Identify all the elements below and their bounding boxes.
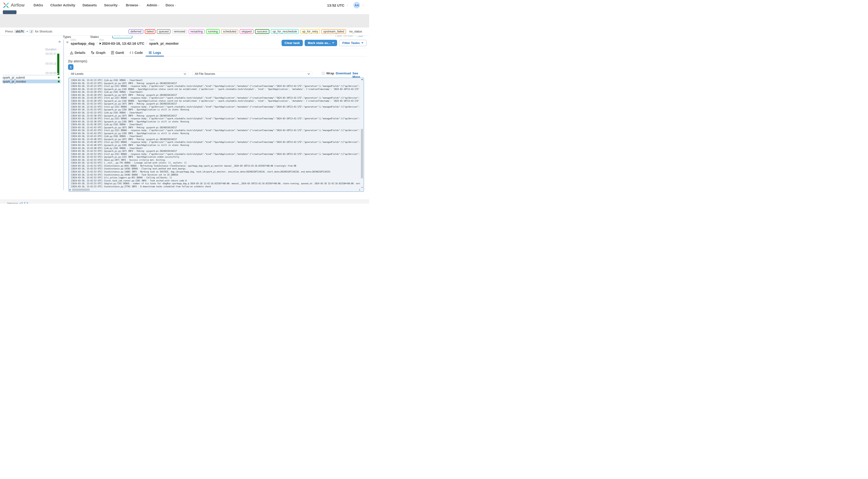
filter-tasks-button[interactable]: Filter Tasks [339,40,367,46]
scroll-down-icon[interactable] [361,187,363,188]
shortcut-press: Press [5,30,13,33]
log-line: [2024-03-18, 13:42:38 UTC] {pyspark_pi.p… [71,114,360,118]
tab-bar: Details Graph Gantt Code Logs [67,50,164,57]
brand[interactable]: Airflow [3,2,25,8]
clipped-toolbar-button[interactable] [3,10,17,14]
status-badge[interactable]: up_for_reschedule [271,29,299,34]
horizontal-scrollbar-thumb[interactable] [72,189,90,191]
navbar: Airflow DAGs Cluster Activity Datasets S… [0,0,369,10]
download-link[interactable]: Download [336,71,351,75]
status-badge[interactable]: removed [172,29,187,34]
version-link[interactable]: v2.7.2 [20,202,28,204]
task-actions: Clear task Mark state as... Filter Tasks [282,40,367,46]
wrap-checkbox[interactable] [321,72,325,75]
slash-key: / [29,30,34,33]
chevron-down-icon: ▾ [139,4,140,7]
log-line: [2024-03-18, 13:42:53 UTC] {cli_action_l… [71,176,360,179]
chevron-down-icon[interactable]: ▾ [362,4,364,7]
status-badges: deferred failed queued removed restartin… [128,29,364,34]
tab-code[interactable]: Code [127,50,146,57]
log-line: [2024-03-18, 13:42:48 UTC] {rest.py:231}… [71,141,360,144]
chevron-down-icon [332,42,334,43]
status-badge[interactable]: queued [157,29,170,34]
status-badge[interactable]: upstream_failed [321,29,346,34]
nav-item[interactable]: Admin▾ [147,3,159,7]
filter-tasks-label: Filter Tasks [342,41,360,45]
nav-item[interactable]: DAGs [33,3,44,7]
nav-item[interactable]: Browse▾ [126,3,140,7]
warning-icon [70,51,73,54]
mark-state-button[interactable]: Mark state as... [305,40,337,46]
nav-item[interactable]: Docs▾ [165,3,176,7]
log-sources-select[interactable]: All File Sources [192,71,312,76]
status-badge[interactable]: scheduled [221,29,238,34]
task-state-square[interactable] [58,77,60,78]
status-badge[interactable]: up_for_retry [300,29,320,34]
task-state-square[interactable] [58,81,60,82]
status-badge[interactable]: no_status [347,29,364,34]
log-line: [2024-03-18, 13:42:23 UTC] {pyspark_pi.p… [71,82,360,85]
airflow-logo-icon [3,2,9,8]
breadcrumb-run[interactable]: Run 2024-03-18, 13:42:16 UTC [99,38,144,45]
breadcrumb-dag-value[interactable]: sparkapp_dag [71,41,95,45]
tab-details[interactable]: Details [67,50,88,57]
utc-clock[interactable]: 13:52 UTC [327,3,344,7]
breadcrumb-run-value[interactable]: 2024-03-18, 13:42:16 UTC [102,41,144,45]
status-badge[interactable]: skipped [240,29,253,34]
panel-resize-handle[interactable] [63,39,64,190]
nav-item[interactable]: Datasets [83,3,98,7]
status-badge[interactable]: deferred [128,29,143,34]
avatar[interactable]: AA [353,2,360,8]
nav-menu: DAGs Cluster Activity Datasets Security▾… [33,3,176,7]
version-label: Version: [7,202,19,204]
vertical-scrollbar[interactable] [361,78,363,188]
tab-graph[interactable]: Graph [88,50,108,57]
tab-label: Graph [96,51,105,55]
status-badge[interactable]: running [206,29,220,34]
tab-gantt[interactable]: Gantt [108,50,127,57]
status-badge[interactable]: failed [145,29,156,34]
grid-sidebar: « Duration 00:00:37 00:00:18 00:00:00 sp… [0,36,63,190]
breadcrumb-dag[interactable]: DAG sparkapp_dag [71,38,95,45]
task-row-spark-pi-submit[interactable]: spark_pi_submit [3,75,61,79]
tab-label: Details [74,51,86,55]
breadcrumb-task-value[interactable]: spark_pi_monitor [149,41,179,45]
scroll-left-icon[interactable] [69,189,70,191]
log-line: [2024-03-18, 13:42:33 UTC] {job.py:216} … [71,111,360,114]
status-badge[interactable]: success [255,29,269,34]
mark-state-label: Mark state as... [308,41,331,45]
duration-tick: 00:00:37 [0,52,57,56]
clear-task-button[interactable]: Clear task [282,40,303,46]
tab-logs[interactable]: Logs [146,50,164,57]
task-detail-panel: » DAG sparkapp_dag / Run 2024-03-18, 13:… [66,36,367,199]
log-line: [2024-03-18, 13:42:53 UTC] {taskinstance… [71,164,360,167]
breadcrumb-run-label: Run [99,38,144,41]
log-line: [2024-03-18, 13:42:23 UTC] {job.py:216} … [71,79,360,82]
tab-label: Code [135,51,143,55]
run-duration-bar[interactable] [57,54,59,75]
list-icon [149,51,152,54]
task-row-spark-pi-monitor[interactable]: spark_pi_monitor [3,79,61,83]
nav-item[interactable]: Security▾ [104,3,120,7]
chevron-down-icon: ▾ [118,4,120,7]
attempt-1-button[interactable]: 1 [68,64,73,70]
shortcut-plus: + [26,30,28,33]
chevron-down-icon[interactable]: ▾ [347,4,348,7]
log-levels-select[interactable]: All Levels [68,71,188,76]
breadcrumb-task[interactable]: Task spark_pi_monitor [149,38,179,45]
brand-name: Airflow [11,3,25,8]
chevron-down-icon: ▾ [158,4,159,7]
status-badge[interactable]: restarting [189,29,205,34]
nav-item[interactable]: Cluster Activity [51,3,76,7]
run-type-play-icon [99,42,101,45]
airflow-app: Airflow DAGs Cluster Activity Datasets S… [0,0,369,204]
scroll-right-icon[interactable] [359,189,361,191]
by-attempts-label: (by attempts) [68,59,87,63]
log-line: [2024-03-18, 13:42:28 UTC] {job.py:216} … [71,91,360,94]
collapse-panel-icon[interactable]: « [58,39,61,44]
expand-panel-icon[interactable]: » [66,39,68,44]
horizontal-scrollbar[interactable] [69,188,361,191]
vertical-scrollbar-thumb[interactable] [361,129,363,178]
scroll-up-icon[interactable] [361,79,363,80]
breadcrumb: DAG sparkapp_dag / Run 2024-03-18, 13:42… [71,38,179,45]
